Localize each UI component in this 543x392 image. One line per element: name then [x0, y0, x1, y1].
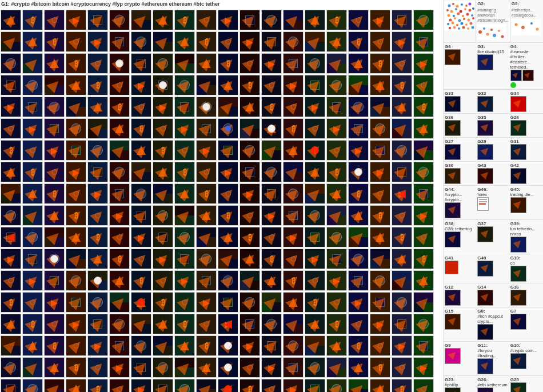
thumbnail-item[interactable]	[44, 249, 65, 269]
thumbnail-item[interactable]	[283, 292, 304, 313]
thumbnail-item[interactable]	[109, 31, 130, 52]
thumbnail-item[interactable]: ▶	[66, 314, 86, 334]
thumbnail-item[interactable]: ₿	[239, 75, 260, 95]
thumbnail-item[interactable]: ⬡	[153, 270, 173, 291]
thumbnail-item[interactable]	[66, 97, 86, 117]
thumbnail-item[interactable]	[392, 292, 412, 313]
thumbnail-item[interactable]: ▶	[131, 379, 151, 392]
thumbnail-item[interactable]	[174, 357, 195, 378]
thumbnail-item[interactable]	[131, 162, 151, 182]
thumbnail-item[interactable]: ▶	[283, 227, 304, 247]
thumbnail-item[interactable]: ₿	[66, 205, 86, 226]
thumbnail-item[interactable]	[261, 270, 282, 291]
thumbnail-item[interactable]	[153, 53, 173, 74]
thumbnail-item[interactable]	[392, 270, 412, 291]
thumbnail-item[interactable]	[22, 31, 43, 52]
thumbnail-item[interactable]	[348, 357, 369, 378]
thumbnail-item[interactable]: ₿	[131, 270, 151, 291]
thumbnail-item[interactable]	[196, 357, 217, 378]
thumbnail-item[interactable]: ⬡	[305, 118, 325, 139]
thumbnail-item[interactable]	[174, 75, 195, 95]
thumbnail-item[interactable]: ⬡	[44, 10, 65, 30]
thumbnail-item[interactable]: ₿	[1, 140, 21, 161]
thumbnail-item[interactable]	[196, 227, 217, 247]
thumbnail-item[interactable]	[44, 270, 65, 291]
thumbnail-item[interactable]	[413, 118, 434, 139]
thumbnail-item[interactable]	[305, 183, 325, 204]
thumbnail-item[interactable]	[66, 249, 86, 269]
thumbnail-item[interactable]	[87, 140, 108, 161]
thumbnail-item[interactable]: ₿	[326, 314, 347, 334]
thumbnail-item[interactable]	[87, 314, 108, 334]
thumbnail-item[interactable]	[44, 75, 65, 95]
thumbnail-item[interactable]	[413, 183, 434, 204]
thumbnail-item[interactable]: ⬡	[44, 314, 65, 334]
thumbnail-item[interactable]: ▶	[109, 205, 130, 226]
thumbnail-item[interactable]: ⬡	[218, 31, 238, 52]
thumbnail-item[interactable]	[109, 314, 130, 334]
thumbnail-item[interactable]: ⬡	[131, 249, 151, 269]
thumbnail-item[interactable]	[305, 357, 325, 378]
thumbnail-item[interactable]	[87, 292, 108, 313]
thumbnail-item[interactable]: ⬡	[370, 183, 390, 204]
thumbnail-item[interactable]	[392, 249, 412, 269]
thumbnail-item[interactable]: ▶	[348, 292, 369, 313]
thumbnail-item[interactable]	[131, 357, 151, 378]
thumbnail-item[interactable]	[413, 162, 434, 182]
thumbnail-item[interactable]: ▶	[174, 270, 195, 291]
thumbnail-item[interactable]: ▶	[1, 97, 21, 117]
thumbnail-item[interactable]	[153, 75, 173, 95]
thumbnail-item[interactable]	[44, 118, 65, 139]
thumbnail-item[interactable]	[305, 162, 325, 182]
thumbnail-item[interactable]	[22, 53, 43, 74]
thumbnail-item[interactable]: ₿	[218, 53, 238, 74]
thumbnail-item[interactable]: ⬡	[239, 205, 260, 226]
thumbnail-item[interactable]	[66, 292, 86, 313]
thumbnail-item[interactable]: ⬡	[348, 162, 369, 182]
thumbnail-item[interactable]	[239, 249, 260, 269]
thumbnail-item[interactable]	[326, 335, 347, 356]
thumbnail-item[interactable]	[131, 335, 151, 356]
thumbnail-item[interactable]: ▶	[153, 97, 173, 117]
thumbnail-item[interactable]	[1, 75, 21, 95]
thumbnail-item[interactable]: ▶	[370, 162, 390, 182]
thumbnail-item[interactable]	[44, 357, 65, 378]
thumbnail-item[interactable]	[1, 357, 21, 378]
thumbnail-item[interactable]	[392, 118, 412, 139]
thumbnail-item[interactable]	[370, 249, 390, 269]
thumbnail-item[interactable]	[261, 314, 282, 334]
thumbnail-item[interactable]	[218, 97, 238, 117]
thumbnail-item[interactable]	[196, 118, 217, 139]
thumbnail-item[interactable]	[283, 205, 304, 226]
thumbnail-item[interactable]	[87, 162, 108, 182]
thumbnail-item[interactable]	[239, 97, 260, 117]
thumbnail-item[interactable]: ⬡	[413, 227, 434, 247]
thumbnail-item[interactable]	[174, 335, 195, 356]
thumbnail-item[interactable]	[174, 205, 195, 226]
thumbnail-item[interactable]	[1, 205, 21, 226]
thumbnail-item[interactable]	[413, 292, 434, 313]
thumbnail-item[interactable]	[44, 205, 65, 226]
thumbnail-item[interactable]: ⬡	[239, 53, 260, 74]
thumbnail-item[interactable]: ⬡	[109, 75, 130, 95]
thumbnail-item[interactable]: ▶	[87, 335, 108, 356]
thumbnail-item[interactable]	[153, 205, 173, 226]
thumbnail-item[interactable]: ⬡	[348, 314, 369, 334]
thumbnail-item[interactable]: ₿	[44, 335, 65, 356]
thumbnail-item[interactable]	[109, 335, 130, 356]
thumbnail-item[interactable]: ⬡	[326, 292, 347, 313]
thumbnail-item[interactable]	[153, 10, 173, 30]
thumbnail-item[interactable]	[283, 314, 304, 334]
thumbnail-item[interactable]: ▶◀	[392, 183, 412, 204]
thumbnail-item[interactable]: ₿	[174, 314, 195, 334]
thumbnail-item[interactable]	[174, 31, 195, 52]
thumbnail-item[interactable]	[218, 118, 238, 139]
thumbnail-item[interactable]	[153, 162, 173, 182]
thumbnail-item[interactable]	[109, 118, 130, 139]
thumbnail-item[interactable]: ⬡	[66, 335, 86, 356]
thumbnail-item[interactable]: ⬡	[326, 140, 347, 161]
thumbnail-item[interactable]	[326, 227, 347, 247]
thumbnail-item[interactable]: ⬡	[261, 379, 282, 392]
thumbnail-item[interactable]: ⬡	[66, 31, 86, 52]
thumbnail-item[interactable]: ₿	[348, 31, 369, 52]
